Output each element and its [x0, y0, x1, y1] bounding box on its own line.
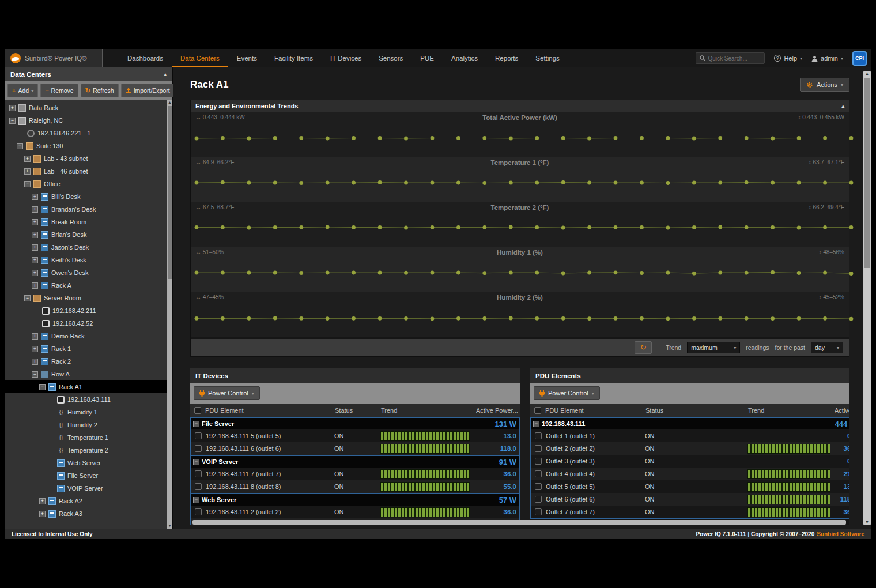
collapse-icon[interactable]: − [39, 384, 46, 390]
table-row[interactable]: 192.168.43.111 6 (outlet 6)ON118.0 [191, 442, 519, 455]
table-row[interactable]: Outlet 5 (outlet 5)ON13.0 [531, 480, 849, 493]
row-checkbox[interactable] [535, 432, 542, 439]
expand-icon[interactable]: + [9, 105, 16, 111]
nav-item-pue[interactable]: PUE [411, 49, 443, 67]
tree-item-rack-a[interactable]: +Rack A [5, 279, 172, 292]
select-all-checkbox[interactable] [194, 407, 201, 414]
main-scroll-thumb[interactable] [864, 78, 870, 268]
expand-icon[interactable]: + [39, 498, 46, 504]
nav-item-reports[interactable]: Reports [486, 49, 527, 67]
import-export-button[interactable]: Import/Export [121, 84, 175, 97]
add-button[interactable]: + Add ▾ [7, 84, 38, 97]
tree-item-brandan-s-desk[interactable]: +Brandan's Desk [5, 203, 172, 216]
vendor-link[interactable]: Sunbird Software [817, 531, 864, 537]
expand-icon[interactable]: + [32, 219, 38, 225]
table-row[interactable]: Outlet 1 (outlet 1)ON0.0 [531, 429, 849, 442]
col-pdu-element[interactable]: PDU Element [205, 407, 335, 414]
row-checkbox[interactable] [535, 458, 542, 465]
tree-item-lab-46-subnet[interactable]: +Lab - 46 subnet [5, 165, 172, 178]
collapse-up-icon[interactable]: ▴ [841, 103, 844, 109]
tree-item-owen-s-desk[interactable]: +Owen's Desk [5, 266, 172, 279]
group-header-row[interactable]: −File Server131 W [191, 418, 519, 429]
tree-scrollbar[interactable]: ▲ ▼ [167, 100, 172, 529]
group-header-row[interactable]: −Web Server57 W [191, 494, 519, 506]
tree-item-raleigh-nc[interactable]: −Raleigh, NC [5, 114, 172, 127]
expand-icon[interactable]: + [24, 168, 31, 175]
table-row[interactable]: 192.168.43.111 2 (outlet 2)ON36.0 [191, 506, 519, 518]
row-checkbox[interactable] [535, 508, 542, 515]
tree-item-192-168-42-52[interactable]: 192.168.42.52 [5, 317, 172, 330]
tree-item-rack-a3[interactable]: +Rack A3 [5, 507, 172, 520]
row-checkbox[interactable] [535, 483, 542, 490]
tree-item-bill-s-desk[interactable]: +Bill's Desk [5, 190, 172, 203]
row-checkbox[interactable] [195, 432, 202, 439]
scroll-down-icon[interactable]: ▼ [167, 523, 172, 529]
tree-item-rack-a2[interactable]: +Rack A2 [5, 495, 172, 507]
expand-icon[interactable]: + [24, 156, 31, 162]
expand-icon[interactable]: + [32, 194, 38, 200]
col-pdu-element[interactable]: PDU Element [545, 407, 645, 414]
tree-item-office[interactable]: −Office [5, 178, 172, 190]
actions-button[interactable]: Actions ▾ [800, 78, 849, 92]
power-control-button[interactable]: Power Control ▾ [534, 386, 600, 400]
collapse-up-icon[interactable]: ▴ [164, 71, 167, 77]
expand-icon[interactable]: + [32, 206, 38, 213]
search-input[interactable] [708, 55, 760, 62]
expand-icon[interactable]: + [32, 282, 38, 289]
row-checkbox[interactable] [195, 483, 202, 490]
table-row[interactable]: 192.168.43.111 7 (outlet 7)ON36.0 [191, 468, 519, 480]
collapse-icon[interactable]: − [17, 143, 23, 149]
cpi-logo[interactable]: CPI [852, 51, 867, 66]
table-row[interactable]: 192.168.43.111 5 (outlet 5)ON13.0 [191, 429, 519, 442]
nav-item-analytics[interactable]: Analytics [443, 49, 486, 67]
col-trend[interactable]: Trend [381, 407, 476, 414]
tree-item-temperature-1[interactable]: Temperature 1 [5, 431, 172, 444]
time-range-select[interactable]: day ▾ [811, 342, 843, 353]
group-header-row[interactable]: −VOIP Server91 W [191, 456, 519, 468]
collapse-icon[interactable]: − [193, 459, 199, 465]
collapse-icon[interactable]: − [32, 371, 38, 378]
col-status[interactable]: Status [335, 407, 381, 414]
help-menu[interactable]: ? Help ▾ [774, 55, 802, 62]
horizontal-scrollbar[interactable] [192, 520, 846, 525]
nav-item-data-centers[interactable]: Data Centers [172, 49, 228, 67]
chart-refresh-button[interactable]: ↻ [635, 341, 652, 354]
tree-item-192-168-46-221-1[interactable]: 192.168.46.221 - 1 [5, 127, 172, 140]
tree-item-lab-43-subnet[interactable]: +Lab - 43 subnet [5, 152, 172, 165]
scroll-up-icon[interactable]: ▲ [863, 71, 871, 77]
col-active[interactable]: Active... [835, 407, 849, 414]
row-checkbox[interactable] [195, 445, 202, 452]
tree-item-server-room[interactable]: −Server Room [5, 292, 172, 304]
refresh-button[interactable]: ↻ Refresh [81, 84, 119, 97]
expand-icon[interactable]: + [32, 257, 38, 263]
tree-item-temperature-2[interactable]: Temperature 2 [5, 444, 172, 457]
group-header-row[interactable]: −192.168.43.111444 W [531, 418, 849, 429]
table-row[interactable]: Outlet 6 (outlet 6)ON118.0 [531, 493, 849, 506]
expand-icon[interactable]: + [32, 244, 38, 251]
tree-item-brian-s-desk[interactable]: +Brian's Desk [5, 228, 172, 241]
table-row[interactable]: 192.168.43.111 8 (outlet 8)ON55.0 [191, 480, 519, 493]
collapse-icon[interactable]: − [533, 421, 539, 427]
tree-item-humidity-2[interactable]: Humidity 2 [5, 419, 172, 431]
collapse-icon[interactable]: − [24, 295, 31, 301]
tree-item-data-rack[interactable]: +Data Rack [5, 101, 172, 114]
nav-item-facility-items[interactable]: Facility Items [266, 49, 322, 67]
tree-item-rack-a1[interactable]: −Rack A1 [5, 380, 172, 393]
collapse-icon[interactable]: − [193, 497, 199, 503]
trend-type-select[interactable]: maximum ▾ [687, 342, 740, 353]
tree-item-voip-server[interactable]: VOIP Server [5, 482, 172, 495]
tree-item-192-168-42-211[interactable]: 192.168.42.211 [5, 304, 172, 317]
expand-icon[interactable]: + [32, 333, 38, 340]
main-scrollbar[interactable]: ▲ ▼ [863, 71, 871, 525]
expand-icon[interactable]: + [39, 511, 46, 517]
col-active-power[interactable]: Active Power... [476, 407, 520, 414]
collapse-icon[interactable]: − [24, 181, 31, 187]
collapse-icon[interactable]: − [193, 421, 199, 427]
expand-icon[interactable]: + [32, 359, 38, 365]
tree-item-row-a[interactable]: −Row A [5, 368, 172, 380]
row-checkbox[interactable] [195, 470, 202, 477]
nav-item-events[interactable]: Events [228, 49, 266, 67]
tree-item-rack-2[interactable]: +Rack 2 [5, 355, 172, 368]
scroll-down-icon[interactable]: ▼ [863, 519, 871, 525]
col-status[interactable]: Status [645, 407, 748, 414]
